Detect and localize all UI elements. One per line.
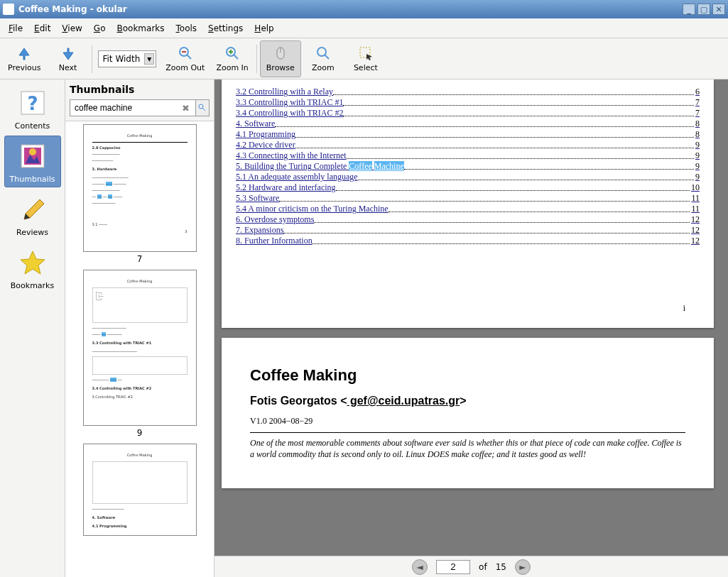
star-icon — [16, 246, 50, 280]
zoom-combo[interactable]: Fit Width ▾ — [98, 50, 157, 67]
svg-line-4 — [234, 55, 238, 59]
pencil-icon — [16, 192, 50, 226]
arrow-down-icon — [60, 45, 76, 61]
toc-entry[interactable]: 5.4 A minor criticism on the Turing Mach… — [236, 204, 700, 214]
sidebar-bookmarks-label: Bookmarks — [11, 281, 54, 290]
help-icon: ? — [16, 86, 50, 120]
zoom-value: Fit Width — [103, 54, 141, 64]
sidebar-thumbnails[interactable]: Thumbnails — [4, 136, 61, 187]
menu-view[interactable]: View — [56, 21, 87, 35]
zoom-out-button[interactable]: Zoom Out — [161, 40, 210, 77]
select-icon — [358, 45, 374, 61]
thumbnail-label: 7 — [137, 254, 143, 264]
svg-line-1 — [187, 55, 191, 59]
toc-entry[interactable]: 4.1 Programming8 — [236, 129, 700, 140]
select-button[interactable]: Select — [345, 40, 386, 77]
toc-entry[interactable]: 4.3 Connecting with the Internet9 — [236, 150, 700, 161]
sidebar-contents[interactable]: ? Contents — [4, 82, 61, 134]
sidebar-reviews-label: Reviews — [16, 228, 48, 237]
toc-entry[interactable]: 5.2 Hardware and interfacing10 — [236, 182, 700, 193]
document-page-2: Coffee Making Fotis Georgatos < gef@ceid… — [222, 338, 714, 488]
magnifier-icon — [315, 45, 331, 61]
thumbnails-header: Thumbnails — [65, 79, 214, 99]
close-button[interactable]: ✕ — [712, 4, 725, 15]
thumbnails-panel: Thumbnails ✖ Coffee Making 2.8 Cappucino… — [65, 79, 214, 577]
svg-text:?: ? — [27, 93, 38, 114]
zoom-label: Zoom — [312, 63, 335, 72]
zoom-in-icon — [224, 45, 240, 61]
clear-search-icon[interactable]: ✖ — [182, 99, 192, 116]
search-options-button[interactable] — [195, 99, 210, 116]
minimize-button[interactable]: _ — [683, 4, 695, 15]
thumbnail-list[interactable]: Coffee Making 2.8 Cappucino ────────────… — [65, 121, 214, 577]
mouse-icon — [273, 45, 288, 61]
menu-go[interactable]: Go — [88, 21, 112, 35]
thumbnails-icon — [16, 139, 50, 173]
toc-entry[interactable]: 8. Further Information12 — [236, 236, 700, 246]
doc-title: Coffee Making — [250, 366, 685, 385]
svg-line-18 — [202, 108, 205, 111]
doc-intro: One of the most memorable comments about… — [250, 437, 685, 460]
thumbnail-page-next: Coffee Making ─────────────── 4. Softwar… — [83, 444, 197, 536]
select-label: Select — [354, 63, 378, 72]
chevron-down-icon[interactable]: ▾ — [144, 53, 154, 65]
thumbnail-search-input[interactable] — [70, 99, 196, 116]
previous-label: Previous — [8, 63, 41, 72]
page-number-input[interactable] — [436, 560, 470, 574]
zoom-in-label: Zoom In — [216, 63, 248, 72]
thumbnail-item[interactable]: Coffee Making 2.8 Cappucino ────────────… — [68, 124, 211, 264]
page-next-button[interactable]: ► — [515, 559, 531, 575]
page-total: 15 — [496, 562, 506, 572]
page-prev-button[interactable]: ◄ — [412, 559, 428, 575]
browse-button[interactable]: Browse — [260, 40, 301, 77]
sidebar-reviews[interactable]: Reviews — [4, 189, 61, 241]
page-of-label: of — [479, 562, 487, 572]
main-area: ? Contents Thumbnails Reviews Bookmarks … — [0, 79, 728, 577]
sidebar-bookmarks[interactable]: Bookmarks — [4, 242, 61, 294]
document-scroll[interactable]: 3.2 Controlling with a Relay63.3 Control… — [214, 79, 728, 556]
menu-file[interactable]: File — [3, 21, 28, 35]
zoom-in-button[interactable]: Zoom In — [211, 40, 253, 77]
toc-entry[interactable]: 5.1 An adequate assembly language9 — [236, 172, 700, 182]
app-icon — [3, 4, 14, 15]
thumbnail-label: 9 — [137, 428, 143, 438]
sidebar-contents-label: Contents — [15, 121, 50, 131]
menu-help[interactable]: Help — [249, 21, 279, 35]
toc-entry[interactable]: 3.3 Controlling with TRIAC #17 — [236, 97, 700, 108]
toolbar-divider — [256, 45, 257, 73]
thumbnail-item[interactable]: Coffee Making ─────────────── 4. Softwar… — [68, 444, 211, 536]
toolbar: Previous Next Fit Width ▾ Zoom Out Zoom … — [0, 38, 728, 79]
toc-entry[interactable]: 7. Expansions12 — [236, 225, 700, 236]
toolbar-divider — [92, 45, 92, 73]
menu-bookmarks[interactable]: Bookmarks — [111, 21, 170, 35]
menu-tools[interactable]: Tools — [170, 21, 203, 35]
maximize-button[interactable]: ▢ — [697, 4, 710, 15]
svg-line-10 — [325, 55, 329, 59]
thumbnail-item[interactable]: Coffee Making │──┐│ │──└──┘ ────────────… — [68, 270, 211, 438]
document-view: 3.2 Controlling with a Relay63.3 Control… — [214, 79, 728, 577]
toc-entry[interactable]: 4.2 Device driver9 — [236, 140, 700, 150]
previous-button[interactable]: Previous — [3, 40, 46, 77]
window-titlebar: Coffee Making - okular _ ▢ ✕ — [0, 0, 728, 18]
document-page-toc: 3.2 Controlling with a Relay63.3 Control… — [222, 79, 714, 328]
toc-entry[interactable]: 4. Software8 — [236, 119, 700, 129]
menu-settings[interactable]: Settings — [202, 21, 249, 35]
next-button[interactable]: Next — [48, 40, 89, 77]
zoom-out-icon — [178, 45, 193, 61]
toc-entry[interactable]: 5.3 Software11 — [236, 193, 700, 204]
toc-entry[interactable]: 5. Building the Turing Complete Coffee M… — [236, 161, 700, 172]
svg-point-16 — [29, 148, 36, 155]
zoom-out-label: Zoom Out — [165, 63, 205, 72]
page-footer-number: i — [236, 246, 700, 321]
window-title: Coffee Making - okular — [18, 4, 680, 14]
toc-entry[interactable]: 6. Overdose symptoms12 — [236, 214, 700, 225]
next-label: Next — [59, 63, 77, 72]
toc-entry[interactable]: 3.2 Controlling with a Relay6 — [236, 87, 700, 97]
doc-author: Fotis Georgatos < gef@ceid.upatras.gr> — [250, 395, 685, 407]
browse-label: Browse — [266, 63, 295, 72]
zoom-tool-button[interactable]: Zoom — [303, 40, 344, 77]
menu-edit[interactable]: Edit — [28, 21, 56, 35]
toc-entry[interactable]: 3.4 Controlling with TRIAC #27 — [236, 108, 700, 119]
doc-version: V1.0 2004−08−29 — [250, 416, 685, 427]
arrow-up-icon — [16, 45, 32, 61]
